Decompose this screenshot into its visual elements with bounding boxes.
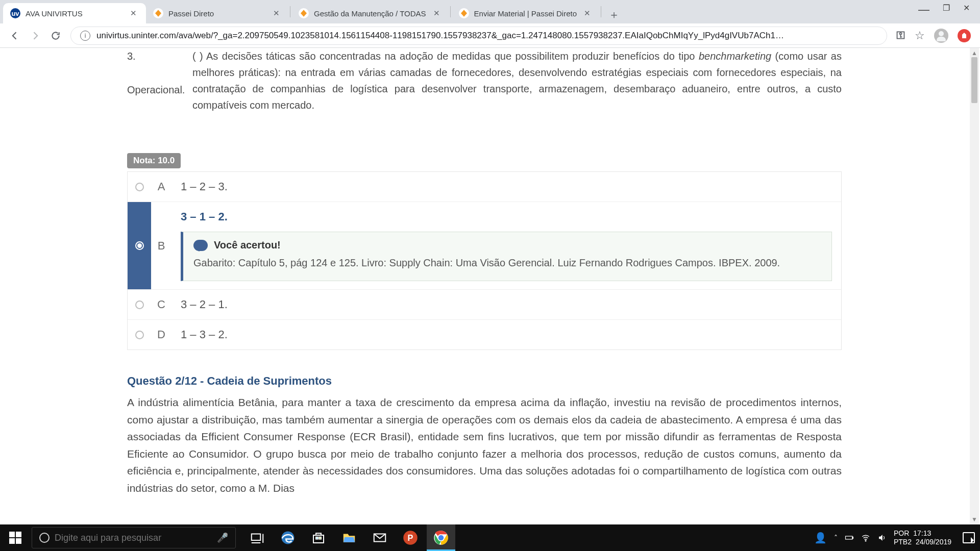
question-item-3: 3. Operacional. ( ) As decisões táticas … — [127, 48, 842, 113]
score-badge: Nota: 10.0 — [127, 153, 181, 168]
site-info-icon[interactable]: i — [80, 31, 90, 41]
favicon-passei-direto — [299, 8, 309, 18]
lang-code: POR — [894, 529, 909, 538]
scroll-up-icon[interactable]: ▲ — [970, 48, 979, 58]
speech-bubble-icon — [193, 240, 208, 251]
question-text: ( ) As decisões táticas são concentradas… — [192, 48, 842, 113]
radio-icon[interactable] — [135, 300, 144, 309]
address-bar[interactable]: i univirtus.uninter.com/ava/web/?_ga=2.2… — [70, 27, 887, 45]
option-a[interactable]: A 1 – 2 – 3. — [128, 172, 841, 202]
browser-toolbar: i univirtus.uninter.com/ava/web/?_ga=2.2… — [0, 23, 980, 48]
radio-icon[interactable] — [135, 183, 144, 191]
window-controls: — ❐ ✕ — [918, 3, 975, 21]
star-icon[interactable]: ☆ — [915, 29, 925, 42]
svg-rect-9 — [845, 536, 852, 539]
option-d[interactable]: D 1 – 3 – 2. — [128, 319, 841, 349]
feedback-title: Você acertou! — [214, 239, 281, 251]
feedback-text: Gabarito: Capítulo 5, pág 124 e 125. Liv… — [193, 255, 821, 270]
task-view-icon[interactable] — [243, 524, 272, 551]
tab-enviar-material[interactable]: Enviar Material | Passei Direto ✕ — [452, 3, 600, 23]
mail-icon[interactable] — [365, 524, 394, 551]
question-level-label: Operacional. — [127, 82, 187, 98]
close-icon[interactable]: ✕ — [128, 9, 139, 18]
minimize-icon[interactable]: — — [918, 3, 929, 16]
question-2-title: Questão 2/12 - Cadeia de Suprimentos — [127, 374, 842, 388]
question-number: 3. — [127, 48, 187, 64]
svg-point-11 — [865, 540, 866, 541]
forward-icon[interactable] — [30, 30, 41, 41]
feedback-box: Você acertou! Gabarito: Capítulo 5, pág … — [181, 232, 832, 281]
keyboard-layout: PTB2 — [894, 538, 912, 546]
wifi-icon[interactable] — [861, 533, 870, 542]
scroll-down-icon[interactable]: ▼ — [970, 514, 979, 524]
scrollbar-thumb[interactable] — [971, 57, 977, 103]
favicon-passei-direto — [153, 8, 163, 18]
battery-icon[interactable] — [845, 533, 854, 542]
powerpoint-icon[interactable]: P — [396, 524, 425, 551]
options-group: A 1 – 2 – 3. B 3 – 1 – 2. Você acertou! — [127, 171, 842, 350]
svg-rect-2 — [316, 537, 318, 539]
close-icon[interactable]: ✕ — [271, 9, 282, 18]
url-text: univirtus.uninter.com/ava/web/?_ga=2.209… — [96, 31, 877, 41]
password-key-icon[interactable]: ⚿ — [896, 30, 905, 41]
search-input[interactable] — [55, 533, 212, 543]
action-center-icon[interactable] — [963, 532, 975, 543]
option-b[interactable]: B 3 – 1 – 2. Você acertou! Gabarito: Cap… — [128, 202, 841, 289]
extension-icon[interactable] — [958, 29, 971, 42]
vertical-scrollbar[interactable]: ▲ ▼ — [970, 48, 979, 524]
tab-gestao-manutencao[interactable]: Gestão da Manutenção / TODAS ✕ — [291, 3, 449, 23]
time-text: 17:13 — [913, 529, 931, 538]
reload-icon[interactable] — [50, 30, 61, 41]
browser-tab-strip: uv AVA UNIVIRTUS ✕ Passei Direto ✕ Gestã… — [0, 0, 980, 23]
chrome-icon[interactable] — [427, 524, 455, 551]
start-button[interactable] — [0, 532, 31, 544]
tab-ava-univirtus[interactable]: uv AVA UNIVIRTUS ✕ — [3, 3, 146, 23]
cortana-icon — [39, 533, 50, 543]
system-tray: 👤 ˄ POR 17:13 PTB2 24/09/2019 — [814, 529, 980, 546]
close-icon[interactable]: ✕ — [582, 9, 593, 18]
microphone-icon[interactable]: 🎤 — [217, 532, 228, 543]
maximize-icon[interactable]: ❐ — [943, 3, 950, 16]
profile-avatar[interactable] — [934, 29, 948, 43]
date-text: 24/09/2019 — [916, 538, 951, 546]
windows-taskbar: 🎤 P 👤 ˄ POR 17:1 — [0, 524, 980, 551]
people-icon[interactable]: 👤 — [814, 532, 827, 544]
radio-checked-icon[interactable] — [135, 241, 144, 250]
option-c[interactable]: C 3 – 2 – 1. — [128, 289, 841, 319]
svg-rect-3 — [319, 537, 321, 539]
svg-rect-0 — [252, 534, 261, 541]
favicon-passei-direto — [459, 8, 469, 18]
favicon-univirtus: uv — [10, 8, 20, 18]
file-explorer-icon[interactable] — [335, 524, 363, 551]
svg-rect-10 — [852, 537, 853, 539]
tray-chevron-icon[interactable]: ˄ — [834, 534, 838, 542]
close-window-icon[interactable]: ✕ — [963, 3, 970, 16]
svg-text:P: P — [408, 533, 413, 542]
store-icon[interactable] — [304, 524, 333, 551]
taskbar-search[interactable]: 🎤 — [32, 527, 236, 548]
edge-icon[interactable] — [274, 524, 302, 551]
new-tab-button[interactable]: ＋ — [605, 6, 623, 23]
tab-passei-direto[interactable]: Passei Direto ✕ — [146, 3, 289, 23]
svg-point-8 — [438, 535, 444, 541]
back-icon[interactable] — [9, 30, 20, 41]
question-2-text: A indústria alimentícia Betânia, para ma… — [127, 394, 842, 497]
close-icon[interactable]: ✕ — [431, 9, 442, 18]
radio-icon[interactable] — [135, 331, 144, 339]
volume-icon[interactable] — [877, 533, 887, 542]
clock[interactable]: POR 17:13 PTB2 24/09/2019 — [894, 529, 951, 546]
